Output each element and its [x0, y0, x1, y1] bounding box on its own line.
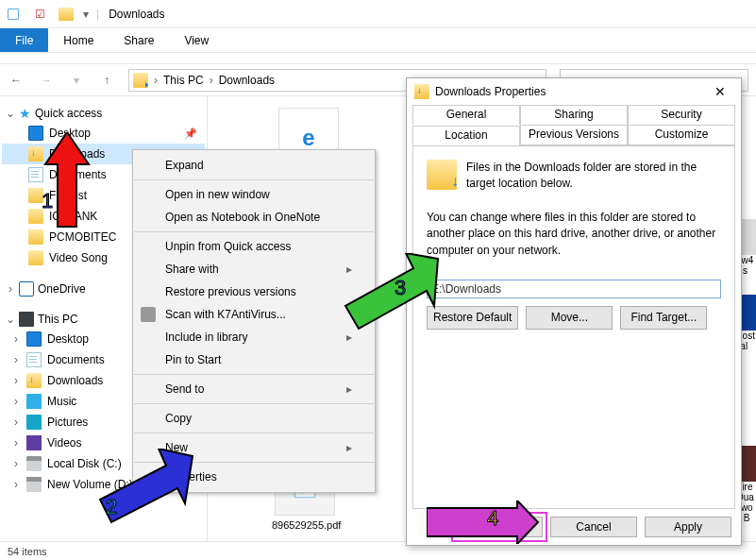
onedrive-icon — [19, 281, 34, 297]
ctx-open-new-window[interactable]: Open in new window — [133, 183, 375, 206]
annotation-arrow-3 — [336, 253, 447, 334]
chevron-right-icon[interactable]: › — [210, 74, 213, 87]
onedrive-label: OneDrive — [38, 282, 86, 296]
ctx-pin-to-start[interactable]: Pin to Start — [133, 348, 375, 371]
thispc-label: This PC — [38, 313, 78, 326]
music-icon — [26, 394, 42, 409]
star-icon: ★ — [19, 106, 31, 121]
chevron-down-icon[interactable]: ⌄ — [6, 107, 15, 120]
move-button[interactable]: Move... — [526, 306, 613, 330]
ctx-onenote[interactable]: Open as Notebook in OneNote — [133, 206, 375, 229]
sidebar-item-label: Videos — [47, 436, 81, 450]
videos-icon — [26, 435, 42, 450]
sidebar-item-label: Desktop — [47, 332, 89, 346]
chevron-right-icon: ▸ — [346, 441, 352, 454]
annotation-number-1: 1 — [42, 189, 53, 213]
recent-dropdown[interactable]: ▾ — [68, 72, 85, 89]
ctx-send-to[interactable]: Send to▸ — [133, 378, 375, 400]
tab-view[interactable]: View — [169, 28, 224, 52]
pin-icon[interactable] — [4, 5, 23, 24]
ribbon-tabs: File Home Share View — [0, 28, 756, 53]
location-path-input[interactable] — [427, 280, 721, 298]
qat-dropdown-icon[interactable]: ▾ — [83, 8, 89, 21]
close-button[interactable]: ✕ — [707, 82, 733, 101]
documents-icon — [26, 352, 42, 367]
tab-general[interactable]: General — [412, 105, 520, 125]
dialog-tabs: General Sharing Security Location Previo… — [412, 105, 735, 145]
tab-share[interactable]: Share — [109, 28, 169, 52]
chevron-right-icon[interactable]: › — [6, 282, 15, 296]
tab-sharing[interactable]: Sharing — [520, 105, 628, 125]
chevron-right-icon: ▸ — [346, 382, 352, 396]
properties-dialog: Downloads Properties ✕ General Sharing S… — [406, 77, 742, 546]
tab-location[interactable]: Location — [412, 126, 520, 146]
tab-file[interactable]: File — [0, 28, 48, 52]
window-title: Downloads — [103, 8, 164, 21]
file-name: 896529255.pdf — [272, 519, 338, 531]
ctx-expand[interactable]: Expand — [133, 154, 375, 177]
sidebar-item-label: Music — [47, 395, 76, 408]
info-text: Files in the Downloads folder are stored… — [427, 160, 721, 193]
pictures-icon — [26, 415, 42, 430]
annotation-number-3: 3 — [395, 276, 406, 300]
svg-marker-3 — [427, 501, 538, 544]
dialog-body: Files in the Downloads folder are stored… — [412, 145, 735, 509]
back-button[interactable]: ← — [8, 72, 25, 89]
tab-previous-versions[interactable]: Previous Versions — [520, 125, 628, 145]
sidebar-item-label: Documents — [47, 353, 105, 366]
folder-icon — [57, 5, 76, 24]
ctx-copy[interactable]: Copy — [133, 407, 375, 430]
breadcrumb: This PC › Downloads — [163, 74, 275, 87]
quick-access-label: Quick access — [35, 107, 102, 120]
folder-icon — [28, 250, 43, 265]
sidebar-item-label: Downloads — [47, 374, 103, 387]
downloads-icon — [133, 73, 148, 88]
desktop-icon — [26, 331, 42, 347]
downloads-icon — [414, 84, 429, 99]
find-target-button[interactable]: Find Target... — [620, 306, 707, 330]
sidebar-item-desktop[interactable]: Desktop📌 — [2, 123, 205, 144]
pin-icon: 📌 — [184, 127, 197, 140]
info-text: You can change where files in this folde… — [427, 210, 721, 259]
dialog-title: Downloads Properties — [435, 85, 546, 98]
k7-icon — [141, 307, 156, 322]
annotation-number-2: 2 — [106, 495, 117, 519]
annotation-arrow-1 — [34, 132, 100, 236]
annotation-number-4: 4 — [487, 506, 498, 531]
annotation-arrow-2 — [87, 449, 200, 528]
up-button[interactable]: ↑ — [98, 72, 115, 89]
titlebar: ☑ ▾ | Downloads — [0, 0, 756, 28]
sidebar-item-label: Pictures — [47, 416, 88, 429]
drive-icon — [26, 477, 42, 492]
crumb-downloads[interactable]: Downloads — [219, 74, 275, 87]
pc-icon — [19, 312, 34, 327]
apply-button[interactable]: Apply — [645, 517, 731, 537]
tab-customize[interactable]: Customize — [628, 125, 735, 145]
dialog-titlebar: Downloads Properties ✕ — [407, 78, 741, 105]
tab-security[interactable]: Security — [628, 105, 735, 125]
tab-home[interactable]: Home — [48, 28, 109, 52]
downloads-icon — [26, 373, 42, 388]
forward-button[interactable]: → — [38, 72, 55, 89]
drive-icon — [26, 456, 42, 471]
quick-access-group[interactable]: ⌄ ★ Quick access — [2, 102, 205, 123]
svg-marker-2 — [345, 253, 438, 329]
chevron-down-icon[interactable]: ⌄ — [6, 313, 15, 326]
sidebar-item-label: Video Song — [49, 251, 108, 264]
properties-icon[interactable]: ☑ — [30, 5, 49, 24]
folder-arrow-icon — [427, 160, 457, 190]
chevron-right-icon[interactable]: › — [154, 74, 158, 87]
crumb-thispc[interactable]: This PC — [163, 74, 204, 87]
quick-access-toolbar: ☑ ▾ | — [0, 5, 103, 24]
cancel-button[interactable]: Cancel — [550, 517, 637, 537]
ribbon-body — [0, 53, 756, 64]
item-count: 54 items — [8, 546, 47, 557]
annotation-arrow-4 — [427, 501, 540, 544]
